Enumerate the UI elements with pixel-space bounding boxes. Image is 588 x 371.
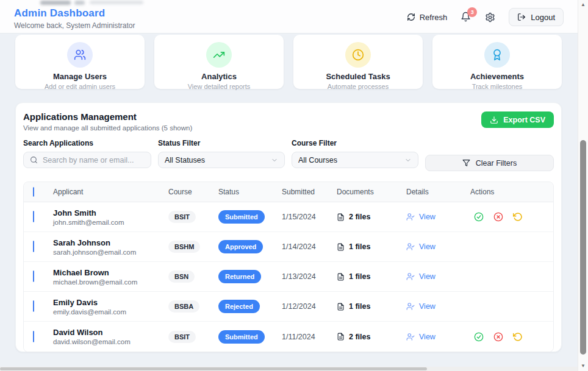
applicant-email: john.smith@email.com bbox=[53, 219, 168, 226]
col-status: Status bbox=[218, 188, 282, 196]
logout-button[interactable]: Logout bbox=[509, 8, 564, 26]
submitted-date: 1/15/2024 bbox=[282, 213, 337, 221]
card-subtitle: Add or edit admin users bbox=[15, 83, 145, 90]
settings-gear-button[interactable] bbox=[485, 12, 495, 23]
top-header: Admin Dashboard Welcome back, System Adm… bbox=[0, 0, 578, 34]
notifications-button[interactable]: 3 bbox=[461, 12, 471, 23]
row-checkbox[interactable] bbox=[33, 241, 34, 252]
header-titles: Admin Dashboard Welcome back, System Adm… bbox=[14, 7, 135, 30]
rotate-ccw-icon bbox=[513, 332, 523, 342]
row-checkbox[interactable] bbox=[33, 331, 34, 342]
course-filter-select[interactable]: All Courses bbox=[292, 152, 418, 168]
card-title: Achievements bbox=[432, 72, 562, 81]
row-checkbox[interactable] bbox=[33, 211, 34, 222]
view-label: View bbox=[419, 302, 436, 311]
file-icon bbox=[337, 333, 345, 341]
row-checkbox[interactable] bbox=[33, 300, 34, 312]
horizontal-scrollbar-thumb[interactable] bbox=[0, 367, 427, 370]
file-icon bbox=[337, 273, 345, 281]
reject-button[interactable] bbox=[493, 212, 504, 222]
status-filter: Status Filter All Statuses bbox=[158, 139, 285, 171]
status-filter-select[interactable]: All Statuses bbox=[158, 152, 285, 168]
chevron-down-icon bbox=[271, 157, 278, 164]
return-button[interactable] bbox=[513, 212, 523, 222]
chevron-down-icon bbox=[404, 157, 412, 164]
status-badge: Approved bbox=[218, 240, 263, 253]
user-check-icon bbox=[406, 272, 415, 281]
reject-button[interactable] bbox=[493, 331, 504, 342]
table-row: Emily Davis emily.davis@email.com BSBA R… bbox=[24, 292, 553, 322]
scroll-down-arrow-icon[interactable]: ▼ bbox=[578, 363, 588, 369]
refresh-button[interactable]: Refresh bbox=[407, 13, 448, 22]
status-badge: Rejected bbox=[218, 300, 260, 313]
applicant-cell: Sarah Johnson sarah.johnson@email.com bbox=[53, 238, 168, 256]
analytics-card[interactable]: Analytics View detailed reports bbox=[154, 35, 284, 89]
files-count: 2 files bbox=[349, 333, 370, 341]
documents-cell: 1 files bbox=[337, 302, 406, 311]
achievements-card[interactable]: Achievements Track milestones bbox=[432, 35, 562, 89]
header-actions: Refresh 3 Logout bbox=[407, 8, 564, 29]
scheduled-tasks-card[interactable]: Scheduled Tasks Automate processes bbox=[293, 35, 423, 89]
table-row: Michael Brown michael.brown@email.com BS… bbox=[24, 262, 553, 292]
card-title: Analytics bbox=[154, 72, 284, 81]
view-label: View bbox=[419, 242, 436, 251]
select-all-checkbox[interactable] bbox=[33, 187, 34, 197]
submitted-date: 1/13/2024 bbox=[282, 272, 337, 281]
search-input[interactable] bbox=[43, 156, 145, 164]
applications-table: Applicant Course Status Submitted Docume… bbox=[23, 182, 554, 352]
quick-action-cards: Manage Users Add or edit admin users Ana… bbox=[15, 35, 562, 89]
clock-icon bbox=[345, 42, 371, 68]
scrolled-content-blur bbox=[90, 1, 143, 4]
card-title: Manage Users bbox=[15, 72, 145, 81]
manage-users-card[interactable]: Manage Users Add or edit admin users bbox=[15, 35, 145, 89]
vertical-scrollbar-thumb[interactable] bbox=[580, 140, 586, 355]
status-badge: Returned bbox=[218, 270, 261, 283]
scroll-up-arrow-icon[interactable]: ▲ bbox=[578, 2, 588, 7]
check-circle-icon bbox=[474, 332, 484, 342]
applicant-name: David Wilson bbox=[53, 328, 168, 337]
course-filter: Course Filter All Courses bbox=[292, 139, 418, 171]
col-applicant: Applicant bbox=[53, 188, 168, 196]
card-title: Scheduled Tasks bbox=[293, 72, 423, 81]
view-details-link[interactable]: View bbox=[406, 302, 470, 311]
view-details-link[interactable]: View bbox=[406, 242, 470, 251]
applicant-name: John Smith bbox=[53, 208, 168, 217]
row-checkbox[interactable] bbox=[33, 270, 34, 282]
panel-title: Applications Management bbox=[23, 111, 192, 122]
approve-button[interactable] bbox=[474, 331, 484, 342]
card-subtitle: Automate processes bbox=[293, 83, 423, 90]
refresh-icon bbox=[407, 13, 415, 21]
vertical-scrollbar[interactable]: ▲ ▼ bbox=[578, 0, 588, 371]
search-filter: Search Applications bbox=[23, 139, 151, 171]
users-icon bbox=[67, 42, 93, 68]
view-details-link[interactable]: View bbox=[406, 213, 470, 221]
applicant-cell: David Wilson david.wilson@email.com bbox=[53, 328, 168, 345]
panel-titles: Applications Management View and manage … bbox=[23, 111, 192, 132]
approve-button[interactable] bbox=[474, 212, 484, 222]
applicant-cell: Emily Davis emily.davis@email.com bbox=[53, 298, 168, 316]
col-documents: Documents bbox=[337, 188, 406, 196]
file-icon bbox=[337, 303, 345, 311]
applicant-email: david.wilson@email.com bbox=[53, 338, 168, 345]
panel-subtitle: View and manage all submitted applicatio… bbox=[23, 124, 192, 132]
actions-cell bbox=[470, 212, 553, 222]
horizontal-scrollbar[interactable] bbox=[0, 367, 578, 371]
check-circle-icon bbox=[474, 212, 484, 222]
card-subtitle: Track milestones bbox=[432, 83, 562, 90]
logout-label: Logout bbox=[531, 13, 555, 22]
view-label: View bbox=[419, 333, 436, 341]
export-csv-button[interactable]: Export CSV bbox=[481, 111, 554, 128]
files-count: 1 files bbox=[349, 242, 370, 251]
submitted-date: 1/11/2024 bbox=[282, 333, 337, 341]
view-details-link[interactable]: View bbox=[406, 272, 470, 281]
user-check-icon bbox=[406, 333, 415, 341]
clear-filters-button[interactable]: Clear Filters bbox=[425, 155, 554, 171]
view-details-link[interactable]: View bbox=[406, 333, 470, 341]
search-icon bbox=[30, 156, 38, 164]
applicant-name: Sarah Johnson bbox=[53, 238, 168, 247]
table-row: David Wilson david.wilson@email.com BSIT… bbox=[24, 322, 553, 352]
files-count: 1 files bbox=[349, 302, 370, 311]
scrolled-content-blur bbox=[74, 1, 85, 5]
return-button[interactable] bbox=[513, 331, 523, 342]
applicant-cell: Michael Brown michael.brown@email.com bbox=[53, 268, 168, 286]
